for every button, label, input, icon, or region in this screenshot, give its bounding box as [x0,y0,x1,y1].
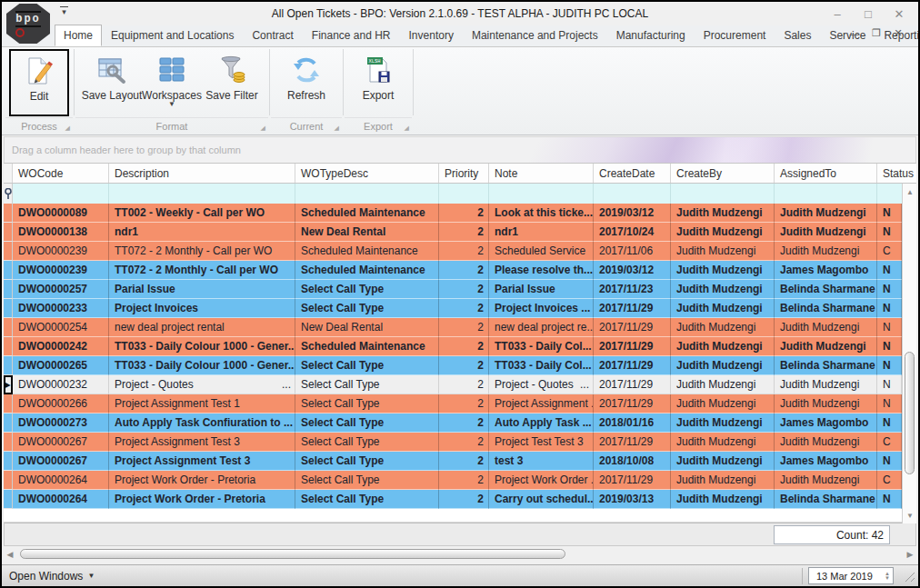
table-row[interactable]: DWO0000264 Project Work Order - Pretoria… [4,490,916,509]
ribbon-tab[interactable]: Home [55,25,102,46]
ribbon-tab-bar: HomeEquipment and LocationsContractFinan… [2,25,918,47]
table-row[interactable]: DWO0000267 Project Assignment Test 3 Sel… [4,452,916,471]
vertical-scrollbar[interactable]: ▲ ▼ [902,184,916,523]
save-layout-button[interactable]: Save Layout [83,50,141,115]
horizontal-scroll-thumb[interactable] [20,549,565,559]
table-row[interactable]: DWO0000266 Project Assignment Test 1 Sel… [4,394,916,414]
filter-cell-priority[interactable] [439,184,489,204]
column-header-priority[interactable]: Priority [439,164,489,183]
filter-cell-description[interactable] [109,184,295,204]
filter-cell-createdate[interactable] [594,184,671,204]
cell-assignedto: Judith Mudzengi [775,394,877,414]
statusbar-divider [802,568,803,584]
table-row[interactable]: DWO0000138 ndr1 New Deal Rental 2 ndr1 2… [4,223,916,242]
export-xlsx-icon: XLSH [363,55,394,85]
filter-cell-assignedto[interactable] [775,184,877,204]
row-indicator [4,375,13,394]
table-row[interactable]: DWO0000267 Project Assignment Test 3 Sel… [4,433,916,452]
scroll-left-icon[interactable]: ◀ [4,546,16,563]
edit-button[interactable]: Edit [9,49,69,116]
cell-note: Project - Quotes... [489,375,594,394]
table-row[interactable]: DWO0000239 TT072 - 2 Monthly - Call per … [4,261,916,280]
cell-assignedto: James Magombo [775,261,877,280]
cell-createby: Judith Mudzengi [671,337,775,356]
export-button[interactable]: XLSH Export [349,50,407,115]
table-row[interactable]: DWO0000239 TT072 - 2 Monthly - Call per … [4,242,916,261]
dialog-launcher-icon[interactable]: ◢ [335,125,339,132]
ribbon-tab[interactable]: Contract [243,25,302,46]
close-button[interactable]: ✕ [884,2,915,25]
table-row[interactable]: DWO0000265 TT033 - Daily Colour 1000 - G… [4,356,916,375]
row-indicator [4,299,13,318]
dialog-launcher-icon[interactable]: ◢ [405,125,409,132]
horizontal-scrollbar[interactable]: ◀ ▶ [4,546,916,563]
ribbon-separator [74,49,75,115]
column-header-wocode[interactable]: WOCode [13,164,109,183]
ribbon-tab[interactable]: Inventory [400,25,463,46]
cell-wotypedesc: New Deal Rental [295,318,439,337]
ribbon-restore-icon[interactable]: ❐ [865,27,887,39]
cell-priority: 2 [439,318,489,337]
cell-note: Carry out schedul... [489,490,594,509]
row-indicator [4,433,13,452]
cell-priority: 2 [439,414,489,433]
column-header-createdate[interactable]: CreateDate [594,164,671,183]
table-row[interactable]: DWO0000257 Parial Issue Select Call Type… [4,280,916,299]
ribbon-tab[interactable]: Procurement [695,25,775,46]
quick-access-customize-icon[interactable]: ▾ [60,6,68,15]
table-row[interactable]: DWO0000254 new deal project rental New D… [4,318,916,337]
dialog-launcher-icon[interactable]: ◢ [261,125,265,132]
column-header-wotypedesc[interactable]: WOTypeDesc [295,164,439,183]
scroll-right-icon[interactable]: ▶ [904,546,916,563]
column-header-note[interactable]: Note [489,164,594,183]
ribbon-close-icon[interactable]: ✕ [887,27,909,39]
group-by-bar[interactable]: Drag a column header here to group by th… [4,136,916,163]
cell-createdate: 2018/10/08 [594,452,671,471]
row-indicator [4,223,13,242]
minimize-button[interactable]: – [822,2,853,25]
table-row[interactable]: DWO0000233 Project Invoices Select Call … [4,299,916,318]
filter-cell-createby[interactable] [671,184,775,204]
chevron-down-icon: ▼ [87,572,95,580]
cell-note: new deal project re... [489,318,594,337]
table-row[interactable]: DWO0000089 TT002 - Weekly - Call per WO … [4,204,916,223]
scroll-up-icon[interactable]: ▲ [903,185,917,198]
ribbon-minimize-icon[interactable]: — [844,28,865,39]
ribbon-tab[interactable]: Sales [775,25,820,46]
filter-cell-note[interactable] [489,184,594,204]
vertical-scroll-thumb[interactable] [905,352,915,474]
table-row[interactable]: DWO0000273 Auto Apply Task Confiuration … [4,414,916,433]
ribbon-tab[interactable]: Maintenance and Projects [463,25,607,46]
open-windows-dropdown[interactable]: Open Windows ▼ [9,570,95,583]
ribbon-separator [269,49,270,115]
dialog-launcher-icon[interactable]: ◢ [65,125,70,132]
column-header-assignedto[interactable]: AssignedTo [775,164,877,183]
column-header-status[interactable]: Status [877,164,916,183]
workspaces-dropdown-caret-icon[interactable]: ▼ [168,102,175,107]
cell-wotypedesc: Select Call Type [295,490,439,509]
cell-createby: Judith Mudzengi [671,375,775,394]
grid-header-row: WOCode Description WOTypeDesc Priority N… [4,163,916,184]
resize-grip-icon[interactable] [903,570,915,582]
filter-cell-status[interactable] [877,184,902,204]
scroll-down-icon[interactable]: ▼ [903,509,917,522]
refresh-button[interactable]: Refresh [277,50,335,115]
save-filter-button[interactable]: Save Filter [203,50,261,115]
date-spinner-icon[interactable]: ▲▼ [882,572,893,581]
cell-wocode: DWO0000266 [13,394,109,414]
ribbon-tab[interactable]: Finance and HR [303,25,400,46]
table-row[interactable]: DWO0000232 Project - Quotes... Select Ca… [4,375,916,394]
grid-empty-area [4,509,916,523]
ribbon-tab[interactable]: Equipment and Locations [102,25,243,46]
table-row[interactable]: DWO0000264 Project Work Order - Pretoria… [4,471,916,490]
maximize-button[interactable]: □ [853,2,884,25]
date-picker[interactable]: 13 Mar 2019 ▲▼ [808,567,894,584]
cell-wocode: DWO0000239 [13,242,109,261]
filter-cell-wotypedesc[interactable] [295,184,439,204]
ribbon-tab[interactable]: Manufacturing [607,25,695,46]
column-header-createby[interactable]: CreateBy [671,164,775,183]
table-row[interactable]: DWO0000242 TT033 - Daily Colour 1000 - G… [4,337,916,356]
filter-cell-wocode[interactable] [13,184,109,204]
column-header-description[interactable]: Description [109,164,295,183]
workspaces-button[interactable]: Workspaces ▼ [143,50,201,115]
